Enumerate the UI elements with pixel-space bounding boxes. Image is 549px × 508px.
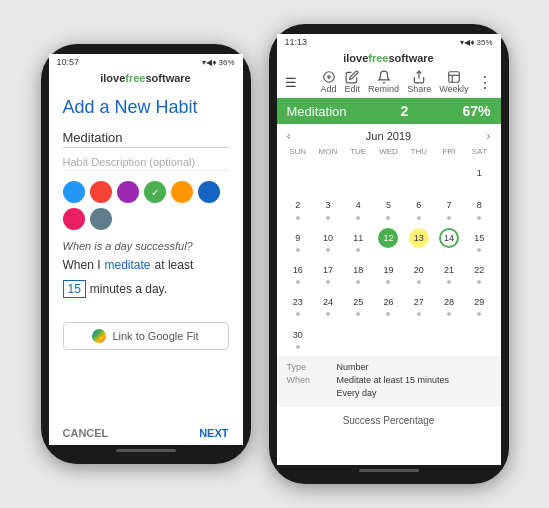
habit-name: Meditation	[287, 104, 347, 119]
minutes-input[interactable]: 15	[63, 280, 86, 298]
success-percentage-label: Success Percentage	[287, 415, 491, 426]
cal-day-9[interactable]: 9	[283, 223, 313, 253]
cal-day-10[interactable]: 10	[313, 223, 343, 253]
cal-day-17[interactable]: 17	[313, 255, 343, 285]
app-toolbar: ☰ Add Edit Remind Share	[277, 67, 501, 98]
cal-day-empty	[434, 319, 464, 349]
cal-day-28[interactable]: 28	[434, 287, 464, 317]
habit-description-placeholder[interactable]: Habit Description (optional)	[63, 154, 229, 171]
home-bar	[116, 449, 176, 452]
cal-day-30[interactable]: 30	[283, 319, 313, 349]
cal-day-29[interactable]: 29	[464, 287, 494, 317]
cal-day-5[interactable]: 5	[373, 190, 403, 220]
cal-day-1[interactable]: 1	[464, 158, 494, 188]
cal-day-empty	[464, 319, 494, 349]
right-brand2: free	[368, 52, 388, 64]
when-info-value: Meditate at least 15 minutes	[337, 375, 450, 385]
cal-day-8[interactable]: 8	[464, 190, 494, 220]
cal-day-15[interactable]: 15	[464, 223, 494, 253]
cal-day-23[interactable]: 23	[283, 287, 313, 317]
cal-day-26[interactable]: 26	[373, 287, 403, 317]
cal-day-6[interactable]: 6	[404, 190, 434, 220]
cal-day-16[interactable]: 16	[283, 255, 313, 285]
cal-day-12[interactable]: 12	[378, 228, 398, 248]
cal-day-4[interactable]: 4	[343, 190, 373, 220]
left-status-icons: ▾◀♦	[202, 58, 216, 67]
minutes-label: minutes a day.	[90, 282, 167, 296]
cal-day-empty	[283, 158, 313, 188]
cal-day-20[interactable]: 20	[404, 255, 434, 285]
info-freq-row: Every day	[287, 388, 491, 398]
toolbar-edit[interactable]: Edit	[345, 70, 361, 94]
habit-count: 2	[401, 103, 409, 119]
cal-day-empty	[343, 319, 373, 349]
cal-day-14[interactable]: 14	[439, 228, 459, 248]
right-brand3: software	[389, 52, 434, 64]
color-blue[interactable]	[63, 181, 85, 203]
next-month-button[interactable]: ›	[486, 128, 490, 143]
toolbar-weekly[interactable]: Weekly	[439, 70, 468, 94]
habit-percent: 67%	[462, 103, 490, 119]
cal-day-19[interactable]: 19	[373, 255, 403, 285]
toolbar-icons: Add Edit Remind Share Weekly	[321, 70, 493, 94]
cal-day-3[interactable]: 3	[313, 190, 343, 220]
right-phone: 11:13 ▾◀♦ 35% ilovefreesoftware ☰ Add Ed…	[269, 24, 509, 484]
toolbar-add[interactable]: Add	[321, 70, 337, 94]
color-pink[interactable]	[63, 208, 85, 230]
next-button[interactable]: NEXT	[199, 427, 228, 439]
cal-day-11[interactable]: 11	[343, 223, 373, 253]
cal-day-18[interactable]: 18	[343, 255, 373, 285]
calendar-grid: SUN MON TUE WED THU FRI SAT 1 2	[277, 147, 501, 352]
cancel-button[interactable]: CANCEL	[63, 427, 109, 439]
toolbar-remind[interactable]: Remind	[368, 70, 399, 94]
right-home-bar	[359, 469, 419, 472]
google-fit-icon	[92, 329, 106, 343]
cal-day-21[interactable]: 21	[434, 255, 464, 285]
color-green-selected[interactable]: ✓	[144, 181, 166, 203]
google-fit-button[interactable]: Link to Google Fit	[63, 322, 229, 350]
cal-day-empty	[434, 158, 464, 188]
cal-day-empty	[373, 158, 403, 188]
cal-day-2[interactable]: 2	[283, 190, 313, 220]
svg-rect-4	[449, 72, 460, 83]
when-question: When is a day successful?	[63, 240, 229, 252]
info-section: Type Number When Meditate at least 15 mi…	[277, 356, 501, 407]
color-dark-blue[interactable]	[198, 181, 220, 203]
cal-day-25[interactable]: 25	[343, 287, 373, 317]
brand-part1: ilove	[100, 72, 125, 84]
cal-day-22[interactable]: 22	[464, 255, 494, 285]
menu-more-icon[interactable]: ⋮	[477, 73, 493, 92]
info-when-row: When Meditate at least 15 minutes	[287, 375, 491, 385]
hamburger-icon[interactable]: ☰	[285, 75, 297, 90]
when-info-label: When	[287, 375, 327, 385]
color-purple[interactable]	[117, 181, 139, 203]
right-time: 11:13	[285, 37, 308, 47]
left-phone: 10:57 ▾◀♦ 36% ilovefreesoftware Add a Ne…	[41, 44, 251, 464]
habit-name-input[interactable]	[63, 128, 229, 148]
cal-day-13[interactable]: 13	[409, 228, 429, 248]
right-brand1: ilove	[343, 52, 368, 64]
bottom-action-buttons: CANCEL NEXT	[49, 419, 243, 445]
left-brand-bar: ilovefreesoftware	[49, 70, 243, 87]
calendar-nav: ‹ Jun 2019 ›	[277, 124, 501, 147]
calendar-week-2: 2 3 4 5 6 7 8	[283, 190, 495, 220]
right-screen: 11:13 ▾◀♦ 35% ilovefreesoftware ☰ Add Ed…	[277, 34, 501, 465]
habit-header: Meditation 2 67%	[277, 98, 501, 124]
type-label: Type	[287, 362, 327, 372]
freq-value: Every day	[337, 388, 377, 398]
color-red[interactable]	[90, 181, 112, 203]
toolbar-share[interactable]: Share	[407, 70, 431, 94]
cal-day-7[interactable]: 7	[434, 190, 464, 220]
cal-day-24[interactable]: 24	[313, 287, 343, 317]
right-status-icons: ▾◀♦	[460, 38, 474, 47]
left-app-content: Add a New Habit Habit Description (optio…	[49, 87, 243, 312]
cal-day-empty	[313, 319, 343, 349]
minutes-row: 15 minutes a day.	[63, 280, 229, 298]
cal-day-27[interactable]: 27	[404, 287, 434, 317]
color-orange[interactable]	[171, 181, 193, 203]
when-activity: meditate	[105, 258, 151, 272]
info-type-row: Type Number	[287, 362, 491, 372]
prev-month-button[interactable]: ‹	[287, 128, 291, 143]
cal-day-empty	[404, 319, 434, 349]
color-grey[interactable]	[90, 208, 112, 230]
